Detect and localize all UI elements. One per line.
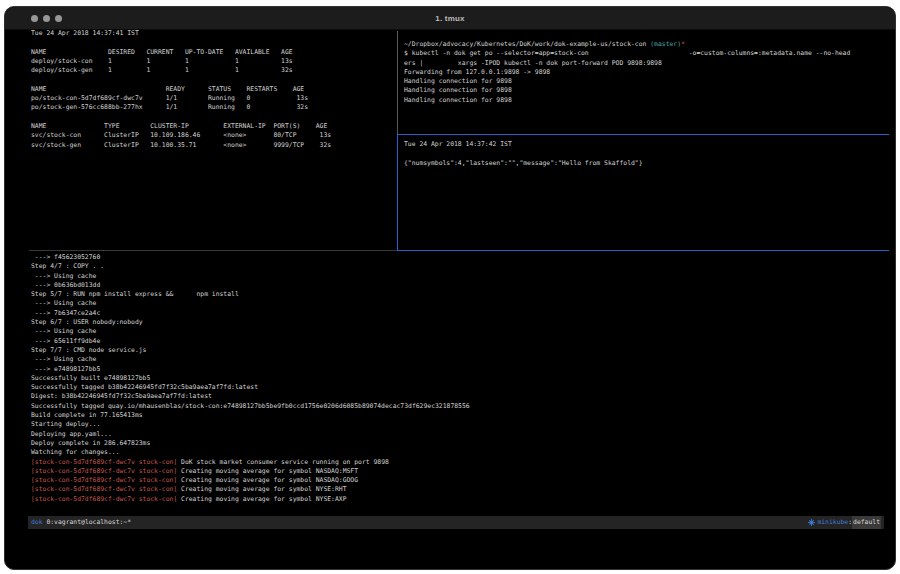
terminal-line: Tue 24 Apr 2018 14:37:41 IST: [31, 29, 331, 38]
close-button[interactable]: [31, 15, 38, 22]
terminal-line: Handling connection for 9898: [404, 77, 850, 86]
terminal-line: Successfully built e74898127bb5: [31, 374, 470, 383]
terminal-line: Forwarding from 127.0.0.1:9898 -> 9898: [404, 68, 850, 77]
terminal-line: Step 6/7 : USER nobody:nobody: [31, 318, 470, 327]
pane-divider-horizontal-left: [29, 250, 397, 251]
terminal-line: Successfully tagged quay.io/mhausenblas/…: [31, 402, 470, 411]
terminal-line: {"numsymbols":4,"lastseen":"","message":…: [404, 159, 643, 168]
terminal-line: [404, 149, 643, 158]
pane-skaffold-build[interactable]: ---> f45623052760Step 4/7 : COPY . . ---…: [31, 253, 470, 504]
terminal-line: [31, 38, 331, 47]
terminal-line: deploy/stock-con 1 1 1 1 13s: [31, 57, 331, 66]
terminal-line: Deploy complete in 286.647823ms: [31, 439, 470, 448]
terminal-line: ---> Using cache: [31, 272, 470, 281]
pane-curl-output[interactable]: Tue 24 Apr 2018 14:37:42 IST{"numsymbols…: [404, 140, 643, 168]
tmux-status-bar: dok 0:vagrant@localhost:~* minikube:defa…: [28, 516, 884, 529]
terminal-line: ~/Dropbox/advocacy/Kubernetes/DoK/work/d…: [404, 40, 850, 49]
terminal-line: Tue 24 Apr 2018 14:37:42 IST: [404, 140, 643, 149]
terminal-line: Starting deploy...: [31, 420, 470, 429]
terminal-line: [31, 75, 331, 84]
helm-icon: [808, 519, 815, 526]
session-name: dok: [31, 516, 43, 529]
terminal-line: [stock-con-5d7df689cf-dwc7v stock-con] C…: [31, 476, 470, 485]
terminal-line: Step 7/7 : CMD node service.js: [31, 346, 470, 355]
terminal-line: ---> Using cache: [31, 355, 470, 364]
kube-namespace: default: [852, 516, 881, 529]
terminal-line: po/stock-con-5d7df689cf-dwc7v 1/1 Runnin…: [31, 94, 331, 103]
minimize-button[interactable]: [43, 15, 50, 22]
terminal-line: deploy/stock-gen 1 1 1 1 32s: [31, 66, 331, 75]
terminal-line: Step 4/7 : COPY . .: [31, 262, 470, 271]
terminal-line: $ kubectl -n dok get po --selector=app=s…: [404, 49, 850, 58]
terminal-line: Step 5/7 : RUN npm install express && np…: [31, 290, 470, 299]
terminal-line: Handling connection for 9898: [404, 86, 850, 95]
terminal-line: svc/stock-con ClusterIP 10.109.186.46 <n…: [31, 131, 331, 140]
pane-divider-horizontal-active-bottom: [397, 250, 889, 251]
terminal-line: NAME TYPE CLUSTER-IP EXTERNAL-IP PORT(S)…: [31, 122, 331, 131]
traffic-lights: [31, 7, 62, 29]
terminal-line: ---> Using cache: [31, 327, 470, 336]
terminal-line: ers | xargs -IPOD kubectl -n dok port-fo…: [404, 59, 850, 68]
pane-kubectl-watch[interactable]: Tue 24 Apr 2018 14:37:41 ISTNAME DESIRED…: [31, 29, 331, 150]
terminal-line: [stock-con-5d7df689cf-dwc7v stock-con] C…: [31, 495, 470, 504]
zoom-button[interactable]: [55, 15, 62, 22]
terminal-line: svc/stock-gen ClusterIP 10.100.35.71 <no…: [31, 141, 331, 150]
terminal-line: ---> e74898127bb5: [31, 365, 470, 374]
terminal-line: [stock-con-5d7df689cf-dwc7v stock-con] D…: [31, 458, 470, 467]
terminal-line: Digest: b38b42246945fd7f32c5ba9aea7af7fd…: [31, 392, 470, 401]
terminal-line: ---> Using cache: [31, 299, 470, 308]
terminal-line: [31, 113, 331, 122]
terminal-line: NAME READY STATUS RESTARTS AGE: [31, 85, 331, 94]
pane-port-forward[interactable]: ~/Dropbox/advocacy/Kubernetes/DoK/work/d…: [404, 40, 850, 105]
pane-divider-vertical-top: [397, 31, 398, 134]
terminal-line: ---> 0b636bd013dd: [31, 281, 470, 290]
terminal-line: Handling connection for 9898: [404, 96, 850, 105]
terminal-line: NAME DESIRED CURRENT UP-TO-DATE AVAILABL…: [31, 48, 331, 57]
pane-divider-horizontal-active-top: [397, 134, 889, 135]
pane-divider-vertical-active: [397, 134, 398, 250]
kube-context: minikube: [817, 516, 848, 529]
terminal-line: ---> 7b6347ce2a4c: [31, 309, 470, 318]
terminal-line: [stock-con-5d7df689cf-dwc7v stock-con] C…: [31, 467, 470, 476]
terminal-line: Successfully tagged b38b42246945fd7f32c5…: [31, 383, 470, 392]
terminal-line: [stock-con-5d7df689cf-dwc7v stock-con] C…: [31, 485, 470, 494]
window-label[interactable]: 0:vagrant@localhost:~*: [46, 516, 131, 529]
terminal-line: Watching for changes...: [31, 448, 470, 457]
window-title: 1. tmux: [435, 14, 464, 23]
terminal-line: ---> 65611ff9db4e: [31, 337, 470, 346]
window-titlebar: 1. tmux: [5, 7, 895, 30]
terminal-line: Deploying app.yaml...: [31, 430, 470, 439]
terminal-window: 1. tmux Tue 24 Apr 2018 14:37:41 ISTNAME…: [4, 6, 896, 570]
terminal-line: po/stock-gen-576cc688bb-277hx 1/1 Runnin…: [31, 103, 331, 112]
terminal-line: Build complete in 77.165413ms: [31, 411, 470, 420]
terminal-line: ---> f45623052760: [31, 253, 470, 262]
